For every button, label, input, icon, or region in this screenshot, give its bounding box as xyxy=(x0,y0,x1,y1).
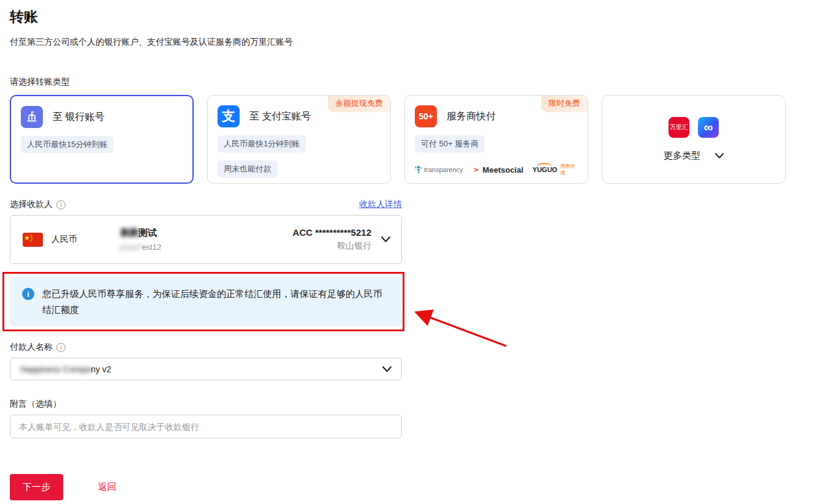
back-button[interactable]: 返回 xyxy=(98,481,116,493)
card-title: 至 支付宝账号 xyxy=(249,110,311,123)
transparency-logo: transparency xyxy=(415,166,463,173)
card-more-types[interactable]: 万里汇 ∞ 更多类型 xyxy=(602,95,786,184)
payee-account-block: ACC **********5212 鞍山银行 xyxy=(293,227,371,252)
page-title: 转账 xyxy=(10,7,826,26)
card-title: 至 银行账号 xyxy=(53,111,104,124)
yuguo-logo: YUGUO 雨果跨境 xyxy=(532,163,578,176)
payer-name-select[interactable]: Happiness Company v2 xyxy=(10,358,402,380)
info-alert: i 您已升级人民币尊享服务，为保证后续资金的正常结汇使用，请保证有足够的人民币结… xyxy=(10,277,402,326)
payee-currency: 人民币 xyxy=(51,234,77,245)
card-head: 至 银行账号 xyxy=(21,106,183,128)
annotation-arrow xyxy=(402,301,525,356)
payer-name-value: Happiness Company v2 xyxy=(20,364,112,374)
memo-input[interactable] xyxy=(10,415,402,438)
payee-label-row: 选择收款人 i 收款人详情 xyxy=(10,199,402,210)
transfer-type-label: 请选择转账类型 xyxy=(10,77,826,88)
more-type-icons: 万里汇 ∞ xyxy=(669,117,719,138)
info-icon[interactable]: i xyxy=(56,343,66,352)
info-icon[interactable]: i xyxy=(56,200,66,209)
page-subtitle: 付至第三方公司或个人的银行账户、支付宝账号及认证服务商的万里汇账号 xyxy=(10,37,826,48)
card-badge: 限时免费 xyxy=(541,96,588,112)
payer-label: 付款人名称 i xyxy=(10,342,66,353)
more-types-label: 更多类型 xyxy=(664,150,724,162)
payee-username: jxxxxTest12 xyxy=(120,243,161,252)
payee-details-link[interactable]: 收款人详情 xyxy=(359,199,402,210)
payee-names: 鹏鹏测试 jxxxxTest12 xyxy=(120,227,161,252)
next-step-button[interactable]: 下一步 xyxy=(10,474,63,500)
chevron-down-icon xyxy=(715,153,724,159)
card-to-bank-account[interactable]: 至 银行账号 人民币最快15分钟到账 xyxy=(10,95,194,184)
card-tags: 人民币最快1分钟到账 周末也能付款 xyxy=(218,135,381,178)
alert-text: 您已升级人民币尊享服务，为保证后续资金的正常结汇使用，请保证有足够的人民币结汇额… xyxy=(42,286,389,317)
payee-account-number: ACC **********5212 xyxy=(293,227,371,238)
wanlihui-icon: 万里汇 xyxy=(669,117,689,138)
meetsocial-label: Meetsocial xyxy=(483,165,523,175)
info-circle-icon: i xyxy=(22,288,34,300)
card-tag: 人民币最快1分钟到账 xyxy=(218,135,306,152)
yuguo-label: YUGUO xyxy=(532,166,557,173)
alipay-icon: 支 xyxy=(218,105,240,127)
transparency-label: transparency xyxy=(424,166,463,173)
payee-label: 选择收款人 i xyxy=(10,199,66,210)
transfer-page: 转账 付至第三方公司或个人的银行账户、支付宝账号及认证服务商的万里汇账号 请选择… xyxy=(0,0,826,504)
payee-bank-name: 鞍山银行 xyxy=(293,241,371,252)
memo-label-row: 附言（选填） xyxy=(10,399,402,410)
50plus-icon: 50+ xyxy=(415,105,437,127)
china-flag-icon xyxy=(23,233,43,247)
form-actions: 下一步 返回 xyxy=(10,474,402,500)
card-tag: 可付 50+ 服务商 xyxy=(415,135,485,152)
card-service-provider-pay[interactable]: 限时免费 50+ 服务商快付 可付 50+ 服务商 xyxy=(404,95,588,184)
yuguo-cn-label: 雨果跨境 xyxy=(560,163,578,176)
memo-label: 附言（选填） xyxy=(10,399,61,410)
payer-label-row: 付款人名称 i xyxy=(10,342,402,353)
card-tag: 人民币最快15分钟到账 xyxy=(21,136,113,153)
worldfirst-icon: ∞ xyxy=(698,117,719,138)
chevron-down-icon xyxy=(382,366,392,372)
card-to-alipay-account[interactable]: 余额提现免费 支 至 支付宝账号 人民币最快1分钟到账 周末也能付款 xyxy=(207,95,391,184)
meetsocial-mark: ＞ xyxy=(472,164,480,175)
payee-selector[interactable]: 人民币 鹏鹏测试 jxxxxTest12 ACC **********5212 … xyxy=(10,215,402,264)
bank-icon xyxy=(21,106,43,128)
meetsocial-logo: ＞ Meetsocial xyxy=(472,164,523,175)
partner-logos: transparency ＞ Meetsocial YUGUO 雨果跨境 xyxy=(415,163,578,176)
payee-name: 鹏鹏测试 xyxy=(120,227,161,239)
yuguo-arc xyxy=(536,163,552,167)
chevron-down-icon xyxy=(381,236,390,243)
transfer-type-cards: 至 银行账号 人民币最快15分钟到账 余额提现免费 支 至 支付宝账号 人民币最… xyxy=(10,95,826,184)
card-tag: 周末也能付款 xyxy=(218,160,278,178)
card-title: 服务商快付 xyxy=(447,110,496,123)
card-badge: 余额提现免费 xyxy=(328,96,390,112)
alert-wrapper: i 您已升级人民币尊享服务，为保证后续资金的正常结汇使用，请保证有足够的人民币结… xyxy=(10,277,412,326)
